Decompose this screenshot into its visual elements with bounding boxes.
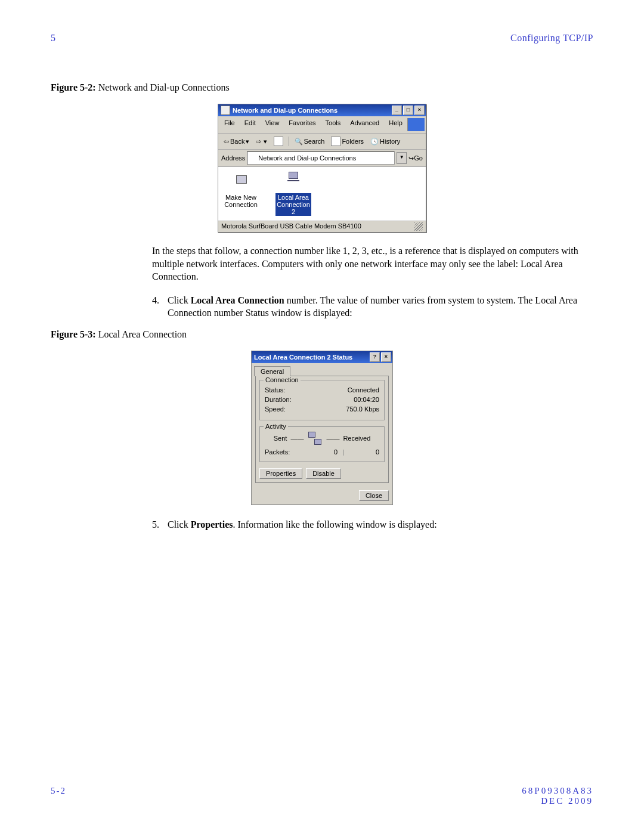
- folder-content: Make New Connection Local Area Connectio…: [218, 167, 426, 221]
- local-area-connection-icon[interactable]: Local Area Connection 2: [275, 172, 311, 216]
- up-button[interactable]: [271, 135, 286, 147]
- history-button[interactable]: 🕓History: [368, 137, 402, 147]
- toolbar: ⇦ Back ▾ ⇨ ▾ 🔍Search Folders 🕓History: [218, 134, 426, 150]
- search-button[interactable]: 🔍Search: [292, 137, 327, 147]
- tab-row: General: [252, 363, 392, 376]
- speed-label: Speed:: [265, 405, 286, 413]
- packets-label: Packets:: [265, 448, 308, 456]
- network-connections-window: Network and Dial-up Connections _ □ × Fi…: [218, 104, 426, 233]
- status-bar: Motorola SurfBoard USB Cable Modem SB410…: [218, 221, 426, 232]
- go-button[interactable]: ↪Go: [408, 154, 423, 162]
- figure-5-2-caption: Figure 5-2: Network and Dial-up Connecti…: [51, 82, 593, 93]
- close-button[interactable]: ×: [414, 106, 425, 115]
- menu-help[interactable]: Help: [384, 118, 407, 131]
- connection-status-dialog: Local Area Connection 2 Status ? × Gener…: [251, 351, 393, 505]
- address-field[interactable]: Network and Dial-up Connections: [247, 151, 395, 165]
- packets-received-value: 0: [349, 448, 379, 456]
- dialog-close-button[interactable]: ×: [381, 352, 391, 362]
- page-number: 5-2: [51, 786, 66, 806]
- received-label: Received: [343, 435, 370, 442]
- duration-label: Duration:: [265, 396, 292, 403]
- address-icon: [249, 154, 256, 162]
- folders-button[interactable]: Folders: [329, 135, 366, 147]
- wizard-icon: [231, 172, 250, 191]
- menu-tools[interactable]: Tools: [321, 118, 346, 131]
- window-title: Network and Dial-up Connections: [233, 107, 338, 114]
- step-5: 5. Click Properties. Information like th…: [152, 518, 593, 531]
- connection-group: Connection Status:Connected Duration:00:…: [259, 380, 385, 420]
- menu-view[interactable]: View: [261, 118, 284, 131]
- doc-number: 68P09308A83: [522, 786, 593, 795]
- title-bar: Network and Dial-up Connections _ □ ×: [218, 104, 426, 116]
- chapter-number: 5: [51, 33, 55, 44]
- sent-label: Sent: [274, 435, 287, 442]
- address-label: Address: [221, 154, 245, 162]
- status-label: Status:: [265, 386, 285, 394]
- help-button[interactable]: ?: [370, 352, 380, 362]
- forward-button[interactable]: ⇨ ▾: [253, 137, 269, 147]
- tab-general[interactable]: General: [254, 366, 290, 376]
- section-title: Configuring TCP/IP: [510, 33, 593, 44]
- folders-icon: [331, 137, 340, 146]
- make-new-connection-icon[interactable]: Make New Connection: [223, 172, 259, 216]
- network-icon: [284, 172, 303, 191]
- menu-bar: File Edit View Favorites Tools Advanced …: [218, 116, 426, 134]
- status-value: Connected: [348, 386, 379, 394]
- speed-value: 750.0 Kbps: [346, 405, 379, 413]
- brand-icon: [407, 118, 425, 131]
- maximize-button[interactable]: □: [403, 106, 413, 115]
- activity-icon: [307, 432, 323, 445]
- up-icon: [274, 137, 283, 146]
- menu-file[interactable]: File: [219, 118, 240, 131]
- menu-edit[interactable]: Edit: [240, 118, 261, 131]
- menu-advanced[interactable]: Advanced: [345, 118, 384, 131]
- minimize-button[interactable]: _: [392, 106, 402, 115]
- address-dropdown[interactable]: ▼: [397, 152, 407, 164]
- packets-sent-value: 0: [308, 448, 338, 456]
- activity-group: Activity Sent —— —— Received Packets: 0 …: [259, 426, 385, 462]
- window-icon: [221, 106, 230, 115]
- menu-favorites[interactable]: Favorites: [284, 118, 320, 131]
- page-footer: 5-2 68P09308A83 DEC 2009: [51, 786, 593, 806]
- paragraph-1: In the steps that follow, a connection n…: [152, 244, 593, 283]
- duration-value: 00:04:20: [354, 396, 379, 403]
- dialog-title-bar: Local Area Connection 2 Status ? ×: [252, 351, 392, 363]
- disable-button[interactable]: Disable: [306, 468, 341, 479]
- close-button[interactable]: Close: [359, 490, 389, 501]
- figure-5-3-caption: Figure 5-3: Local Area Connection: [51, 329, 593, 340]
- resize-grip[interactable]: [414, 222, 423, 231]
- properties-button[interactable]: Properties: [259, 468, 302, 479]
- dialog-title: Local Area Connection 2 Status: [254, 354, 352, 361]
- address-bar: Address Network and Dial-up Connections …: [218, 150, 426, 167]
- step-4: 4. Click Local Area Connection number. T…: [152, 294, 593, 320]
- back-button[interactable]: ⇦ Back ▾: [221, 137, 252, 147]
- doc-date: DEC 2009: [541, 796, 593, 806]
